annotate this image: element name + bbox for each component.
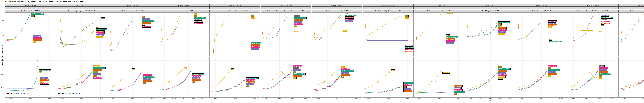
- version-label-fast: Fast: [246, 85, 249, 87]
- facet-strip-test: Test: DT[by] fixed in #4558: [465, 10, 516, 12]
- x-tick-label: 1e+04: [278, 98, 282, 99]
- version-label-slow: Slow: [194, 13, 197, 15]
- version-label-merge: merge-base: [341, 72, 349, 74]
- version-label-fast: Fast: [404, 86, 406, 88]
- version-label-fasterio: FasterIO: [599, 65, 604, 67]
- version-label-head: HEAD=issue#4177: [142, 20, 154, 22]
- version-label-head: HEAD=issue#4177: [498, 21, 510, 23]
- version-label-slow: Slow: [294, 30, 298, 32]
- version-label-stack: merge-baseHEAD=issue#4177FasterIOCRAN=1.…: [601, 15, 613, 26]
- facet-1-kilobytes-panel: HEAD=issue#4177Fastmerge-baseCRAN=1.17.8…: [5, 12, 56, 56]
- series-line-slow: [161, 16, 180, 44]
- version-label-cran: CRAN=1.17.8: [345, 18, 354, 20]
- y-tick-label: 1: [4, 49, 4, 50]
- version-label-slow: Slow: [343, 30, 347, 32]
- version-label-fast: Fast: [601, 24, 604, 26]
- version-label-merge: merge-base: [93, 73, 101, 75]
- version-label-stack: CRAN=1.17.8FasterIOmerge-baseFastHEAD=is…: [293, 65, 306, 79]
- facet-4-seconds-panel: SlowHEAD=issue#4177CRAN=1.17.8merge-base…: [158, 57, 209, 98]
- version-label-head: HEAD=issue#4177: [548, 69, 560, 71]
- facet-strip-test: Test: forderv(retGrp=T) improved in #438…: [210, 10, 260, 12]
- version-label-cran: CRAN=1.17.8: [341, 68, 350, 70]
- facet-strip-test: Test: shallow regression fixed in #4440: [414, 10, 465, 12]
- x-axis-label: N: [484, 100, 497, 102]
- version-label-regression: Regression: [498, 76, 506, 78]
- version-label-cran: CRAN=1.17.8: [251, 46, 260, 48]
- facet-strip-nfactor: N.factor: 1.00e+00: [363, 4, 414, 6]
- series-line-cran: [518, 71, 547, 89]
- version-label-base: base=master: [345, 16, 354, 18]
- series-line-merge: [161, 19, 181, 45]
- series-line-slow: [467, 71, 498, 88]
- version-label-cran: CRAN=1.17.8: [40, 83, 50, 84]
- facet-strip-pvalue: P.value: 1.98e-01: [260, 7, 311, 10]
- version-label-fast: Fast: [548, 67, 551, 69]
- facet-2-kilobytes-panel: BeforeFixedHEAD=issue#4177base=masterCRA…: [56, 12, 107, 56]
- version-label-before: Before: [100, 18, 105, 19]
- series-line-cran: [6, 89, 40, 89]
- version-label-merge: merge-base: [194, 19, 202, 20]
- series-line-slow: [160, 70, 183, 87]
- facet-12-kilobytes-panel: merge-baseHEAD=issue#4177FasterIOCRAN=1.…: [567, 12, 618, 56]
- version-label-stack: CRAN=1.17.8HEAD=issue#4177merge-basebase…: [142, 74, 155, 84]
- x-tick-label: 1e+06: [335, 98, 339, 99]
- facet-strip-pvalue: P.value: 4.46e-01: [516, 7, 567, 10]
- version-label-cran: CRAN=1.17.8: [454, 89, 463, 91]
- version-label-cran: CRAN=1.17.8: [246, 79, 255, 81]
- version-label-stack: FixedHEAD=issue#4177base=mastermerge-bas…: [498, 66, 510, 80]
- x-tick-label: 1e+01: [162, 98, 166, 99]
- page-title: 19 test cases (all), ordered by N.factor…: [5, 1, 84, 3]
- series-line-before: [467, 72, 498, 91]
- version-label-stack: Slow: [294, 30, 298, 32]
- version-label-base: base=master: [192, 79, 201, 81]
- version-label-stack: Slow: [231, 68, 234, 70]
- version-label-fast: Fast: [599, 75, 602, 77]
- version-label-head: HEAD=issue#4177: [599, 73, 611, 75]
- version-label-merge: merge-base: [293, 69, 301, 71]
- version-label-stack: Before: [100, 18, 105, 19]
- facet-10-seconds-panel: FixedHEAD=issue#4177base=mastermerge-bas…: [465, 57, 516, 98]
- x-tick-label: 1e+04: [584, 98, 588, 99]
- facet-strip-nfactor: N.factor: 1.00e+00: [516, 4, 567, 6]
- version-label-head: HEAD=issue#4177: [446, 36, 458, 38]
- x-axis-ticks: 1e+031e+061e+09: [363, 98, 414, 100]
- version-label-base: base=master: [498, 27, 506, 29]
- series-line-slow: [60, 18, 94, 44]
- version-label-merge: merge-base: [33, 35, 41, 37]
- facet-5-kilobytes-panel: FastSlowHEAD=issue#4177base=masterCRAN=1…: [210, 12, 260, 56]
- version-label-base: base=master: [548, 24, 557, 26]
- series-line-slow: [621, 14, 644, 40]
- x-axis-ticks: 1e+031e+061e+09: [5, 98, 56, 100]
- version-label-head: HEAD=issue#4177: [498, 68, 510, 70]
- version-label-cran: CRAN=1.17.8: [293, 65, 302, 67]
- panel-note: HEAD=issue#4177 stopped early: [6, 93, 30, 95]
- version-label-stack: HEAD=issue#4177Fast: [39, 70, 52, 73]
- version-label-base: base=master: [293, 75, 302, 77]
- series-line-head: [6, 14, 30, 40]
- series-line-head: [263, 70, 292, 89]
- version-label-fast: Fast: [293, 71, 296, 73]
- version-label-cran: CRAN=1.17.8: [405, 49, 414, 50]
- x-tick-label: 1e+01: [469, 98, 473, 99]
- facet-strip-nfactor: N.factor: 1.00e+00: [618, 4, 644, 6]
- series-line-head: [60, 38, 62, 44]
- facet-strip-nfactor: N.factor: 1.00e+00: [260, 4, 311, 6]
- version-label-cran: CRAN=1.17.8: [194, 23, 203, 24]
- series-line-merge: [365, 86, 402, 94]
- facet-strip-pvalue: P.value: 1.69e-01: [158, 7, 209, 10]
- facet-strip-pvalue: P.value: 4.53e-01: [567, 7, 618, 10]
- series-line-merge: [262, 17, 287, 40]
- facet-12-seconds-panel: FasterIOCRAN=1.17.8merge-basebase=master…: [567, 57, 618, 98]
- x-axis-ticks: 1e+021e+041e+06: [56, 98, 107, 100]
- version-label-head: HEAD=issue#4177: [93, 67, 106, 69]
- version-label-cran: CRAN=1.17.8: [498, 74, 507, 76]
- series-line-slow: [314, 68, 340, 85]
- version-label-fast: Fast: [549, 39, 552, 40]
- x-tick-label: 1e+03: [418, 98, 422, 99]
- version-label-base: base=master: [599, 71, 608, 73]
- version-label-slow: Slow: [132, 68, 135, 70]
- x-tick-label: 1e+04: [540, 98, 544, 99]
- version-label-fast: Fast: [341, 76, 344, 78]
- version-label-cran: CRAN=1.17.8: [599, 67, 608, 69]
- version-label-stack: Slow: [184, 67, 187, 69]
